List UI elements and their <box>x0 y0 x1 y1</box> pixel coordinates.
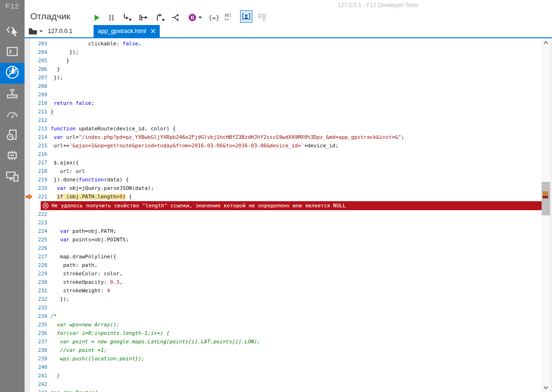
code-line-203[interactable]: 203 clickable: false, <box>25 40 552 48</box>
code-line-226[interactable]: 226 <box>25 244 552 253</box>
vertical-scrollbar[interactable] <box>542 38 550 392</box>
line-number[interactable]: 234 <box>29 312 47 321</box>
code-line-237[interactable]: 237 var point = new google.maps.LatLng(p… <box>25 338 552 346</box>
line-number[interactable]: 237 <box>29 338 47 346</box>
code-line-242[interactable]: 242 <box>25 380 552 389</box>
line-number[interactable]: 241 <box>29 372 47 380</box>
code-line-220[interactable]: 220 var obj=jQuery.parseJSON(data); <box>25 184 552 193</box>
code-line-225[interactable]: 225 var points=obj.POINTS; <box>25 236 552 244</box>
line-number[interactable]: 230 <box>29 278 47 287</box>
tab-source-host[interactable]: 127.0.0.1 <box>45 25 75 37</box>
step-into-button[interactable] <box>122 12 132 23</box>
code-line-228[interactable]: 228 path: path, <box>25 261 552 270</box>
line-number[interactable]: 225 <box>29 236 47 244</box>
code-line-206[interactable]: 206 } <box>25 65 552 74</box>
code-line-239[interactable]: 239 wps.push({location:point}); <box>25 355 552 363</box>
line-number[interactable]: 228 <box>29 261 47 270</box>
just-my-code-toggle[interactable] <box>240 11 252 22</box>
code-line-205[interactable]: 205 } <box>25 57 552 65</box>
code-line-227[interactable]: 227 map.drawPolyline({ <box>25 253 552 261</box>
word-wrap-button[interactable]: ab]c↵ <box>224 12 231 23</box>
code-line-211[interactable]: 211} <box>25 108 552 116</box>
line-number[interactable]: 242 <box>29 380 47 389</box>
exception-control-button[interactable] <box>187 12 203 23</box>
scrollbar-thumb[interactable] <box>542 182 550 215</box>
line-number[interactable]: 216 <box>29 150 47 159</box>
code-line-217[interactable]: 217 $.ajax({ <box>25 159 552 167</box>
code-line-231[interactable]: 231 strokeWeight: 4 <box>25 287 552 295</box>
scrollbar-up-button[interactable] <box>542 38 550 46</box>
code-line-223[interactable]: 223 <box>25 219 552 227</box>
line-number[interactable]: 231 <box>29 287 47 295</box>
line-number[interactable]: 243 <box>29 389 47 392</box>
tab-app-gpstrack[interactable]: app_gpstrack.html <box>94 25 160 37</box>
line-number[interactable]: 240 <box>29 363 47 372</box>
line-number[interactable]: 235 <box>29 321 47 329</box>
line-number[interactable]: 239 <box>29 355 47 363</box>
line-number[interactable]: 221 <box>29 193 47 201</box>
line-number[interactable]: 233 <box>29 304 47 312</box>
line-number[interactable]: 203 <box>29 40 47 48</box>
load-symbols-button[interactable] <box>258 12 267 23</box>
code-line-204[interactable]: 204 }); <box>25 48 552 57</box>
line-number[interactable]: 204 <box>29 48 47 57</box>
line-number[interactable]: 224 <box>29 227 47 236</box>
sidebar-item-dom-explorer[interactable] <box>0 21 25 42</box>
sidebar-item-debugger[interactable] <box>0 63 25 84</box>
step-out-button[interactable] <box>155 12 165 23</box>
code-line-219[interactable]: 219 }).done(function(data) { <box>25 176 552 184</box>
code-line-230[interactable]: 230 strokeOpacity: 0.3, <box>25 278 552 287</box>
line-number[interactable]: 232 <box>29 295 47 304</box>
break-button[interactable] <box>108 12 114 23</box>
line-number[interactable]: 211 <box>29 108 47 116</box>
code-line-234[interactable]: 234/* <box>25 312 552 321</box>
code-line-241[interactable]: 241 } <box>25 372 552 380</box>
line-number[interactable]: 222 <box>29 210 47 219</box>
line-number[interactable]: 208 <box>29 82 47 91</box>
code-line-243[interactable]: 243map.drawRoute({ <box>25 389 552 392</box>
line-number[interactable]: 236 <box>29 329 47 338</box>
code-line-235[interactable]: 235 var wps=new Array(); <box>25 321 552 329</box>
break-on-new-worker-button[interactable] <box>171 12 181 23</box>
line-number[interactable]: 219 <box>29 176 47 184</box>
code-line-233[interactable]: 233 <box>25 304 552 312</box>
sidebar-item-profiler[interactable] <box>0 146 25 167</box>
code-line-208[interactable]: 208 <box>25 82 552 91</box>
line-number[interactable]: 220 <box>29 184 47 193</box>
code-line-210[interactable]: 210 return false; <box>25 99 552 108</box>
sidebar-item-console[interactable] <box>0 42 25 63</box>
line-number[interactable]: 227 <box>29 253 47 261</box>
step-over-button[interactable] <box>139 12 148 23</box>
line-number[interactable]: 215 <box>29 142 47 150</box>
code-line-229[interactable]: 229 strokeColor: color, <box>25 270 552 278</box>
source-picker-button[interactable] <box>28 27 43 35</box>
continue-button[interactable] <box>93 12 101 23</box>
code-line-232[interactable]: 232 }); <box>25 295 552 304</box>
line-number[interactable]: 207 <box>29 74 47 82</box>
pretty-print-button[interactable]: {=} <box>208 12 219 23</box>
line-number[interactable]: 209 <box>29 91 47 99</box>
scrollbar-down-button[interactable] <box>542 383 550 392</box>
sidebar-item-performance[interactable] <box>0 104 25 125</box>
line-number[interactable]: 210 <box>29 99 47 108</box>
code-line-207[interactable]: 207 }); <box>25 74 552 82</box>
code-line-240[interactable]: 240 <box>25 363 552 372</box>
line-number[interactable]: 229 <box>29 270 47 278</box>
code-line-209[interactable]: 209 <box>25 91 552 99</box>
code-line-213[interactable]: 213function updateRoute(device_id, color… <box>25 125 552 133</box>
sidebar-item-memory[interactable] <box>0 125 25 146</box>
code-line-218[interactable]: 218 url: url <box>25 167 552 176</box>
code-line-236[interactable]: 236 for(var i=0;i<points.length-1;i++) { <box>25 329 552 338</box>
line-number[interactable]: 213 <box>29 125 47 133</box>
line-number[interactable]: 214 <box>29 133 47 142</box>
line-number[interactable]: 226 <box>29 244 47 253</box>
code-line-214[interactable]: 214 var url="/index.php?pd=pz_YXBwbGljYX… <box>25 133 552 142</box>
code-line-224[interactable]: 224 var path=obj.PATH; <box>25 227 552 236</box>
line-number[interactable]: 223 <box>29 219 47 227</box>
code-line-222[interactable]: 222 <box>25 210 552 219</box>
code-line-212[interactable]: 212 <box>25 116 552 125</box>
line-number[interactable]: 212 <box>29 116 47 125</box>
code-line-238[interactable]: 238 //var point =1; <box>25 346 552 355</box>
line-number[interactable]: 206 <box>29 65 47 74</box>
line-number[interactable]: 217 <box>29 159 47 167</box>
